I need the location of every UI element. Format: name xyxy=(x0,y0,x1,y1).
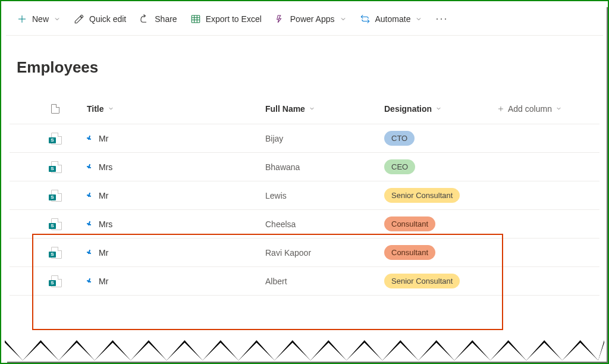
quick-edit-button[interactable]: Quick edit xyxy=(74,14,126,24)
row-type-cell: S xyxy=(51,247,87,259)
header-full-name[interactable]: Full Name xyxy=(265,104,384,114)
sharepoint-file-icon: S xyxy=(51,275,62,287)
row-title-cell[interactable]: Mr xyxy=(87,191,265,200)
new-item-indicator-icon xyxy=(87,278,93,284)
row-full-name-cell: Cheelsa xyxy=(265,219,384,229)
power-apps-icon xyxy=(275,14,285,24)
document-type-icon xyxy=(51,104,59,114)
share-icon xyxy=(139,14,150,24)
header-designation-label: Designation xyxy=(384,104,432,114)
row-designation-cell: Consultant xyxy=(384,216,497,231)
header-type[interactable] xyxy=(51,104,87,114)
more-actions-button[interactable]: ··· xyxy=(435,12,448,25)
chevron-down-icon xyxy=(415,15,422,23)
share-button[interactable]: Share xyxy=(139,14,177,24)
plus-icon xyxy=(497,105,504,112)
sharepoint-file-icon: S xyxy=(51,133,62,145)
table-row[interactable]: SMrLewisSenior Consultant xyxy=(10,181,599,210)
row-full-name-cell: Bhawana xyxy=(265,162,384,172)
app-canvas: New Quick edit Share Export to Excel Pow… xyxy=(2,2,607,362)
row-title-value: Mr xyxy=(99,277,108,286)
table-row[interactable]: SMrRavi KapoorConsultant xyxy=(10,239,599,267)
row-full-name-value: Cheelsa xyxy=(265,219,296,229)
header-add-column[interactable]: Add column xyxy=(497,104,586,114)
list-header: Title Full Name Designation Add column xyxy=(10,93,599,124)
torn-edge-decoration-overlay xyxy=(5,340,604,360)
automate-icon xyxy=(360,14,371,24)
row-full-name-value: Ravi Kapoor xyxy=(265,248,311,258)
new-item-indicator-icon xyxy=(87,221,93,227)
sharepoint-file-icon: S xyxy=(51,218,62,230)
excel-icon xyxy=(190,14,201,24)
new-item-indicator-icon xyxy=(87,164,93,170)
row-full-name-cell: Ravi Kapoor xyxy=(265,248,384,258)
new-button[interactable]: New xyxy=(17,14,61,24)
row-full-name-cell: Albert xyxy=(265,277,384,286)
row-type-cell: S xyxy=(51,161,87,173)
designation-pill: Senior Consultant xyxy=(384,274,460,288)
header-add-column-label: Add column xyxy=(508,104,552,114)
row-title-cell[interactable]: Mr xyxy=(87,134,265,143)
header-full-name-label: Full Name xyxy=(265,104,305,114)
table-row[interactable]: SMrsBhawanaCEO xyxy=(10,153,599,181)
row-designation-cell: Senior Consultant xyxy=(384,188,497,203)
row-title-cell[interactable]: Mr xyxy=(87,248,265,258)
chevron-down-icon xyxy=(309,105,315,112)
new-item-indicator-icon xyxy=(87,193,93,199)
new-item-indicator-icon xyxy=(87,250,93,256)
app-frame: New Quick edit Share Export to Excel Pow… xyxy=(0,0,609,364)
row-title-value: Mr xyxy=(99,248,108,258)
list-container: Title Full Name Designation Add column xyxy=(6,93,603,296)
header-title-label: Title xyxy=(87,104,104,114)
row-title-value: Mr xyxy=(99,134,108,143)
pencil-icon xyxy=(74,14,84,24)
quick-edit-label: Quick edit xyxy=(89,14,126,24)
row-title-cell[interactable]: Mrs xyxy=(87,219,265,229)
table-row[interactable]: SMrsCheelsaConsultant xyxy=(10,210,599,239)
row-title-cell[interactable]: Mr xyxy=(87,277,265,286)
row-designation-cell: Senior Consultant xyxy=(384,274,497,288)
power-apps-button[interactable]: Power Apps xyxy=(275,14,347,24)
row-designation-cell: Consultant xyxy=(384,245,497,260)
row-full-name-value: Bhawana xyxy=(265,162,300,172)
chevron-down-icon xyxy=(54,15,61,23)
chevron-down-icon xyxy=(108,105,114,112)
automate-label: Automate xyxy=(375,14,411,24)
share-label: Share xyxy=(155,14,177,24)
chevron-down-icon xyxy=(435,105,442,112)
header-title[interactable]: Title xyxy=(87,104,265,114)
row-type-cell: S xyxy=(51,133,87,145)
plus-icon xyxy=(17,14,27,24)
row-title-cell[interactable]: Mrs xyxy=(87,162,265,172)
row-designation-cell: CEO xyxy=(384,159,497,174)
sharepoint-file-icon: S xyxy=(51,190,62,202)
row-type-cell: S xyxy=(51,275,87,287)
row-full-name-cell: Lewis xyxy=(265,191,384,200)
row-type-cell: S xyxy=(51,190,87,202)
row-full-name-value: Lewis xyxy=(265,191,287,200)
power-apps-label: Power Apps xyxy=(290,14,335,24)
table-row[interactable]: SMrAlbertSenior Consultant xyxy=(10,267,599,296)
page-title: Employees xyxy=(6,36,603,93)
designation-pill: CEO xyxy=(384,159,415,174)
designation-pill: Consultant xyxy=(384,245,435,260)
table-row[interactable]: SMrBijayCTO xyxy=(10,124,599,153)
designation-pill: CTO xyxy=(384,131,415,146)
sharepoint-file-icon: S xyxy=(51,161,62,173)
header-designation[interactable]: Designation xyxy=(384,104,497,114)
row-full-name-value: Bijay xyxy=(265,134,283,143)
chevron-down-icon xyxy=(340,15,347,23)
row-full-name-value: Albert xyxy=(265,277,287,286)
row-full-name-cell: Bijay xyxy=(265,134,384,143)
chevron-down-icon xyxy=(555,105,562,112)
export-excel-label: Export to Excel xyxy=(206,14,262,24)
row-title-value: Mrs xyxy=(99,219,112,229)
svg-marker-7 xyxy=(277,15,281,23)
row-designation-cell: CTO xyxy=(384,131,497,146)
export-excel-button[interactable]: Export to Excel xyxy=(190,14,262,24)
designation-pill: Consultant xyxy=(384,216,435,231)
automate-button[interactable]: Automate xyxy=(360,14,423,24)
list-body: SMrBijayCTOSMrsBhawanaCEOSMrLewisSenior … xyxy=(10,124,599,296)
new-label: New xyxy=(32,14,49,24)
svg-rect-2 xyxy=(192,15,200,23)
